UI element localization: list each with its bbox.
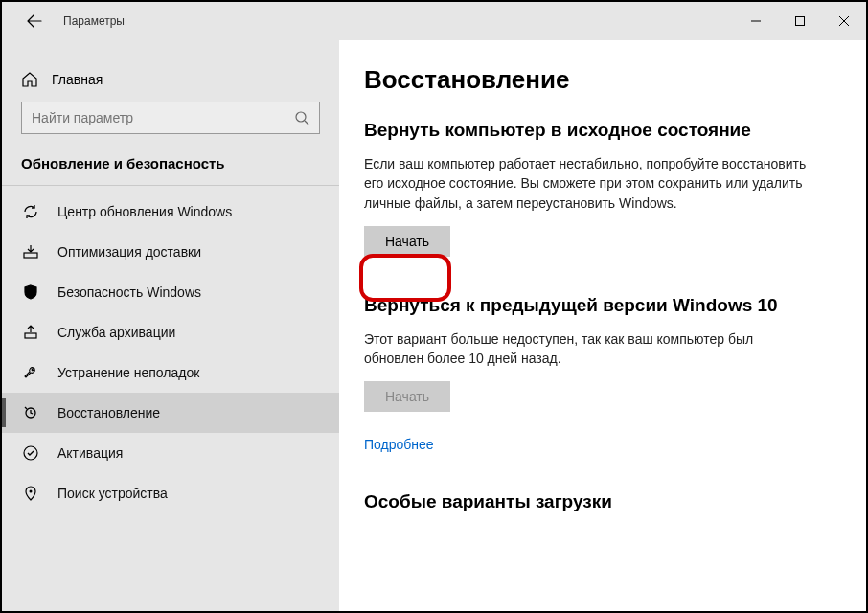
back-button[interactable] <box>17 4 52 38</box>
content-area: Восстановление Вернуть компьютер в исход… <box>339 40 866 611</box>
sidebar-item-label: Поиск устройства <box>57 486 168 501</box>
location-icon <box>21 485 40 502</box>
go-back-heading: Вернуться к предыдущей версии Windows 10 <box>364 295 835 316</box>
search-input[interactable] <box>32 110 294 125</box>
sidebar-item-label: Устранение неполадок <box>57 365 199 380</box>
window-controls <box>734 2 866 40</box>
advanced-heading: Особые варианты загрузки <box>364 491 835 512</box>
sync-icon <box>21 203 40 220</box>
minimize-icon <box>750 15 762 27</box>
svg-rect-4 <box>24 253 37 258</box>
sidebar-item-troubleshoot[interactable]: Устранение неполадок <box>2 352 339 393</box>
backup-icon <box>21 324 40 341</box>
sidebar-divider <box>2 185 339 186</box>
delivery-icon <box>21 243 40 261</box>
advanced-startup-section: Особые варианты загрузки <box>364 491 835 512</box>
sidebar-section-title: Обновление и безопасность <box>2 151 339 183</box>
sidebar-item-label: Безопасность Windows <box>57 284 201 300</box>
sidebar-item-find-device[interactable]: Поиск устройства <box>2 473 339 513</box>
arrow-left-icon <box>27 13 42 29</box>
learn-more-link[interactable]: Подробнее <box>364 437 434 452</box>
svg-point-2 <box>296 112 306 122</box>
sidebar-item-recovery[interactable]: Восстановление <box>2 393 339 433</box>
titlebar: Параметры <box>2 2 866 40</box>
go-back-description: Этот вариант больше недоступен, так как … <box>364 329 814 369</box>
reset-pc-section: Вернуть компьютер в исходное состояние Е… <box>364 120 835 257</box>
sidebar-item-backup[interactable]: Служба архивации <box>2 312 339 352</box>
go-back-section: Вернуться к предыдущей версии Windows 10… <box>364 295 835 454</box>
reset-start-button[interactable]: Начать <box>364 226 450 257</box>
close-icon <box>838 15 850 27</box>
svg-line-3 <box>305 121 308 125</box>
sidebar-item-windows-update[interactable]: Центр обновления Windows <box>2 192 339 232</box>
recovery-icon <box>21 404 40 421</box>
shield-icon <box>21 284 40 301</box>
sidebar-item-windows-security[interactable]: Безопасность Windows <box>2 272 339 312</box>
close-button[interactable] <box>822 2 866 40</box>
go-back-start-button: Начать <box>364 381 450 412</box>
search-input-wrapper[interactable] <box>21 102 320 134</box>
sidebar-item-label: Восстановление <box>57 405 160 420</box>
maximize-icon <box>794 15 806 27</box>
home-icon <box>21 71 38 88</box>
sidebar-home-label: Главная <box>52 72 103 87</box>
settings-window: Параметры Главная <box>0 0 868 613</box>
sidebar-item-delivery-optimization[interactable]: Оптимизация доставки <box>2 232 339 272</box>
sidebar-item-activation[interactable]: Активация <box>2 433 339 473</box>
sidebar-item-label: Оптимизация доставки <box>57 244 201 260</box>
search-icon <box>294 110 309 125</box>
wrench-icon <box>21 364 40 381</box>
reset-heading: Вернуть компьютер в исходное состояние <box>364 120 835 141</box>
svg-point-7 <box>24 446 37 460</box>
sidebar-item-label: Активация <box>57 445 123 461</box>
window-body: Главная Обновление и безопасность Центр … <box>2 40 866 611</box>
window-title: Параметры <box>63 14 125 28</box>
maximize-button[interactable] <box>778 2 822 40</box>
svg-rect-5 <box>25 333 36 338</box>
svg-rect-1 <box>796 17 805 26</box>
svg-point-8 <box>30 490 33 493</box>
sidebar: Главная Обновление и безопасность Центр … <box>2 40 339 611</box>
sidebar-home[interactable]: Главная <box>2 65 339 98</box>
sidebar-item-label: Служба архивации <box>57 325 175 340</box>
reset-description: Если ваш компьютер работает нестабильно,… <box>364 154 814 213</box>
check-icon <box>21 444 40 462</box>
sidebar-item-label: Центр обновления Windows <box>57 204 232 219</box>
minimize-button[interactable] <box>734 2 778 40</box>
page-title: Восстановление <box>364 65 835 95</box>
